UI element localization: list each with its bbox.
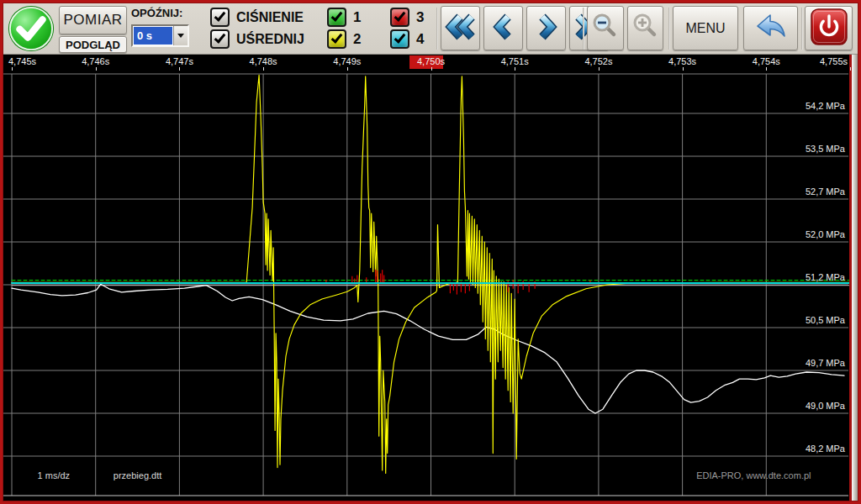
preview-button[interactable]: PODGLĄD (59, 36, 127, 53)
channel-4-checkbox[interactable] (390, 29, 409, 49)
time-tick-label: 4,752s (575, 56, 622, 66)
time-tick-label: 4,750s (408, 56, 455, 66)
fast-backward-button[interactable] (441, 6, 480, 50)
magnifier-minus-icon (590, 12, 621, 45)
app-window: POMIAR PODGLĄD OPÓŹNIJ: 0 s CIŚNIENIE UŚ… (0, 0, 861, 504)
time-tick (347, 67, 348, 71)
time-tick (179, 67, 180, 71)
undo-arrow-icon (754, 13, 788, 43)
channel-2-label: 2 (353, 31, 361, 48)
chevron-left-icon (488, 13, 520, 44)
toolbar-separator (436, 8, 438, 50)
time-tick (515, 67, 515, 71)
zoom-out-button[interactable] (587, 6, 624, 50)
channel-3-label: 3 (416, 9, 424, 26)
pressure-tick-label: 54,2 MPa (751, 101, 845, 111)
dropdown-arrow-icon[interactable] (173, 26, 188, 45)
time-tick (263, 67, 264, 71)
time-tick-label: 4,755s (804, 56, 848, 66)
chevron-right-icon (531, 13, 563, 44)
pressure-checkbox-label: CIŚNIENIE (236, 10, 304, 25)
footer-time-scale: 1 ms/dz (38, 469, 71, 482)
power-icon (810, 8, 848, 49)
check-icon (214, 9, 226, 21)
average-checkbox[interactable] (210, 29, 230, 49)
channel-4-label: 4 (416, 31, 424, 48)
measure-button[interactable]: POMIAR (59, 6, 127, 34)
channel-1-checkbox[interactable] (327, 8, 346, 27)
pressure-tick-label: 50,5 MPa (751, 315, 845, 325)
time-tick (850, 67, 851, 71)
back-button[interactable] (743, 6, 798, 50)
power-button[interactable] (805, 6, 853, 50)
channel-3-checkbox[interactable] (390, 8, 409, 27)
time-tick-label: 4,747s (156, 56, 203, 66)
time-tick-label: 4,745s (8, 56, 36, 66)
delay-dropdown-value: 0 s (134, 27, 172, 45)
time-axis: 4,745s4,746s4,747s4,748s4,749s4,750s4,75… (3, 55, 849, 71)
time-tick (599, 67, 600, 71)
time-tick-label: 4,753s (659, 56, 706, 66)
step-backward-button[interactable] (483, 6, 523, 50)
time-tick-label: 4,746s (72, 56, 119, 66)
check-icon (394, 9, 406, 21)
check-circle-icon (7, 41, 55, 55)
pressure-tick-label: 51,2 MPa (751, 272, 845, 282)
check-icon (394, 31, 406, 43)
time-tick (431, 67, 432, 71)
zoom-in-button[interactable] (627, 6, 663, 50)
pressure-tick-label: 48,2 MPa (751, 444, 845, 454)
step-forward-button[interactable] (526, 6, 566, 50)
vertical-scrollbar[interactable] (852, 55, 858, 501)
double-chevron-left-icon (445, 13, 477, 44)
pressure-tick-label: 49,7 MPa (751, 358, 845, 368)
time-tick (766, 67, 767, 71)
toolbar-separator (583, 8, 584, 50)
pressure-tick-label: 52,0 MPa (751, 229, 845, 239)
measure-button-label: POMIAR (63, 12, 122, 29)
check-icon (331, 9, 343, 21)
magnifier-plus-icon (631, 12, 661, 45)
footer-brand: EDIA-PRO, www.dte.com.pl (696, 469, 811, 482)
preview-button-label: PODGLĄD (66, 39, 120, 51)
time-tick (96, 67, 97, 71)
confirm-button[interactable] (7, 4, 55, 53)
time-tick-label: 4,749s (324, 56, 371, 66)
channel-1-label: 1 (353, 9, 361, 26)
toolbar-separator (668, 8, 670, 50)
channel-2-checkbox[interactable] (327, 29, 346, 49)
footer-file-name: przebieg.dtt (114, 469, 161, 482)
pressure-chart (3, 55, 849, 501)
time-tick-label: 4,754s (742, 56, 790, 66)
toolbar-separator (801, 8, 803, 50)
time-tick (12, 67, 13, 71)
delay-label: OPÓŹNIJ: (131, 7, 182, 19)
menu-button[interactable]: MENU (673, 6, 738, 50)
pressure-tick-label: 52,7 MPa (751, 186, 845, 197)
pressure-tick-label: 49,0 MPa (751, 401, 845, 411)
check-icon (331, 31, 343, 43)
menu-button-label: MENU (685, 21, 725, 36)
pressure-checkbox[interactable] (210, 8, 230, 27)
time-tick (683, 67, 684, 71)
average-checkbox-label: UŚREDNIJ (236, 32, 304, 47)
time-tick-label: 4,748s (240, 56, 287, 66)
pressure-tick-label: 53,5 MPa (751, 144, 845, 154)
delay-dropdown[interactable]: 0 s (131, 24, 189, 47)
check-icon (214, 31, 226, 43)
time-tick-label: 4,751s (491, 56, 538, 66)
toolbar: POMIAR PODGLĄD OPÓŹNIJ: 0 s CIŚNIENIE UŚ… (3, 3, 858, 55)
